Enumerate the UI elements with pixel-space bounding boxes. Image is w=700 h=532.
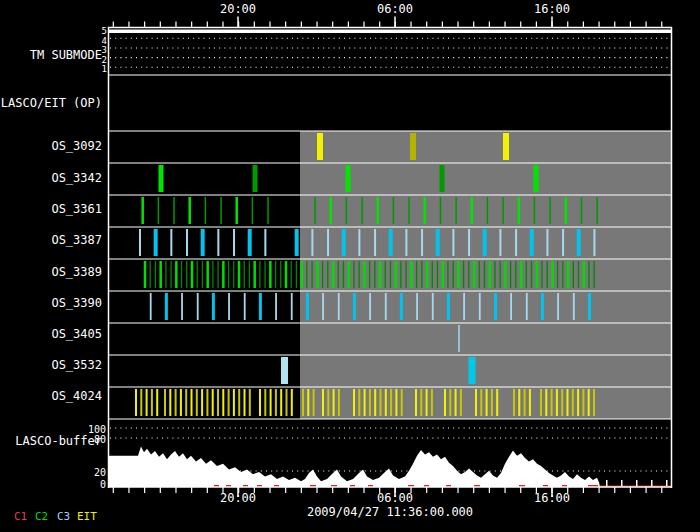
row-os-3387-tick bbox=[295, 229, 299, 256]
row-os-3389-tick bbox=[222, 261, 225, 288]
row-os-3387-tick bbox=[248, 229, 252, 256]
row-os-3389-subtick bbox=[233, 261, 234, 288]
row-os-3361-tick bbox=[314, 197, 316, 224]
row-os-3389-subtick bbox=[447, 261, 448, 288]
row-os-4024-stripe bbox=[217, 389, 219, 416]
row-os-3389-tick bbox=[504, 261, 507, 288]
row-os-4024-stripe bbox=[455, 389, 457, 416]
row-os-4024-stripe bbox=[380, 389, 382, 416]
row-os-3387-tick bbox=[233, 229, 235, 256]
row-os-4024-stripe bbox=[249, 389, 251, 416]
row-os-3389-subtick bbox=[249, 261, 250, 288]
row-os-3361-tick bbox=[252, 197, 254, 224]
row-os-3389-tick bbox=[206, 261, 209, 288]
row-os-3390-tick bbox=[322, 293, 324, 320]
row-os-4024-stripe bbox=[264, 389, 266, 416]
buffer-base-tick bbox=[606, 480, 608, 486]
row-os-3387-tick bbox=[201, 229, 205, 256]
row-os-3389-tick bbox=[583, 261, 586, 288]
row-os-3387-tick bbox=[483, 229, 487, 256]
row-os-3389-subtick bbox=[155, 261, 156, 288]
row-os-4024-stripe bbox=[395, 389, 397, 416]
row-os-3387-tick bbox=[468, 229, 470, 256]
row-os-3389-subtick bbox=[311, 261, 312, 288]
row-os-3389-subtick bbox=[291, 261, 292, 288]
row-os-4024-stripe bbox=[206, 389, 208, 416]
row-os-4024-stripe bbox=[444, 389, 446, 416]
row-os-3389-subtick bbox=[578, 261, 579, 288]
row-os-3361-tick bbox=[220, 197, 222, 224]
row-os-3390-tick bbox=[447, 293, 450, 320]
row-os-4024-stripe bbox=[338, 389, 340, 416]
row-os-3387-tick bbox=[342, 229, 346, 256]
row-os-4024-stripe bbox=[364, 389, 366, 416]
row-os-3361-tick bbox=[596, 197, 598, 224]
row-label-os-3387: OS_3387 bbox=[0, 234, 102, 247]
buffer-scale-80: 80 bbox=[80, 434, 106, 445]
row-os-3389-subtick bbox=[212, 261, 213, 288]
row-os-4024-stripe bbox=[156, 389, 158, 416]
row-os-3390-tick bbox=[526, 293, 528, 320]
row-os-3361-tick bbox=[549, 197, 551, 224]
row-os-3361-tick bbox=[205, 197, 207, 224]
row-os-3361-tick bbox=[346, 197, 348, 224]
row-os-4024-stripe bbox=[358, 389, 360, 416]
row-os-3387-tick bbox=[154, 229, 158, 256]
row-os-4024-stripe bbox=[426, 389, 428, 416]
row-os-3387-tick bbox=[405, 229, 407, 256]
row-os-3389-subtick bbox=[280, 261, 281, 288]
row-os-3342-bar bbox=[534, 165, 539, 192]
top-time-label-1600: 16:00 bbox=[522, 3, 582, 16]
row-label-os-3532: OS_3532 bbox=[0, 359, 102, 372]
row-os-3390-tick bbox=[259, 293, 262, 320]
row-os-4024-stripe bbox=[169, 389, 171, 416]
row-os-3361-tick bbox=[329, 197, 332, 224]
row-os-4024-stripe bbox=[291, 389, 293, 416]
row-os-3361-tick bbox=[518, 197, 521, 224]
row-os-4024-stripe bbox=[191, 389, 193, 416]
row-os-3387-tick bbox=[358, 229, 360, 256]
top-time-label-2000: 20:00 bbox=[208, 3, 268, 16]
row-os-4024-stripe bbox=[556, 389, 558, 416]
row-os-3389-tick bbox=[536, 261, 539, 288]
row-os-4024-stripe bbox=[460, 389, 462, 416]
row-os-3389-subtick bbox=[327, 261, 328, 288]
row-label-os-3389: OS_3389 bbox=[0, 266, 102, 279]
row-os-4024-stripe bbox=[567, 389, 569, 416]
row-os-4024-stripe bbox=[551, 389, 553, 416]
row-os-4024-stripe bbox=[212, 389, 214, 416]
row-label-tm-submode: TM SUBMODE bbox=[0, 49, 102, 62]
row-os-3389-subtick bbox=[463, 261, 464, 288]
row-os-3389-subtick bbox=[385, 261, 386, 288]
row-label-os-3405: OS_3405 bbox=[0, 328, 102, 341]
row-os-4024-stripe bbox=[486, 389, 488, 416]
row-os-3390-tick bbox=[573, 293, 575, 320]
row-os-3387-tick bbox=[139, 229, 141, 256]
row-os-3387-tick bbox=[546, 229, 548, 256]
row-os-3389-subtick bbox=[547, 261, 548, 288]
row-os-3092-bar bbox=[317, 133, 323, 160]
row-os-3361-tick bbox=[188, 197, 191, 224]
row-os-3390-tick bbox=[369, 293, 371, 320]
buffer-base-tick bbox=[621, 480, 623, 486]
row-os-4024-stripe bbox=[164, 389, 166, 416]
row-os-3361-tick bbox=[471, 197, 474, 224]
row-os-3390-tick bbox=[479, 293, 481, 320]
row-os-3389-subtick bbox=[150, 261, 151, 288]
row-os-3389-subtick bbox=[421, 261, 422, 288]
gray-region bbox=[300, 131, 672, 419]
row-os-3390-tick bbox=[557, 293, 559, 320]
lasco-planning-timeline: TM SUBMODELASCO/EIT (OP)OS_3092OS_3342OS… bbox=[0, 0, 700, 532]
row-os-4024-stripe bbox=[180, 389, 182, 416]
row-os-4024-stripe bbox=[431, 389, 433, 416]
row-os-3389-subtick bbox=[197, 261, 198, 288]
row-os-3389-subtick bbox=[432, 261, 433, 288]
row-os-4024-stripe bbox=[280, 389, 282, 416]
row-os-3389-subtick bbox=[405, 261, 406, 288]
row-os-3361-tick bbox=[534, 197, 536, 224]
legend-c2: C2 bbox=[35, 511, 48, 523]
row-os-3389-subtick bbox=[452, 261, 453, 288]
row-os-4024-stripe bbox=[369, 389, 371, 416]
row-os-3361-tick bbox=[565, 197, 568, 224]
row-os-3389-subtick bbox=[390, 261, 391, 288]
